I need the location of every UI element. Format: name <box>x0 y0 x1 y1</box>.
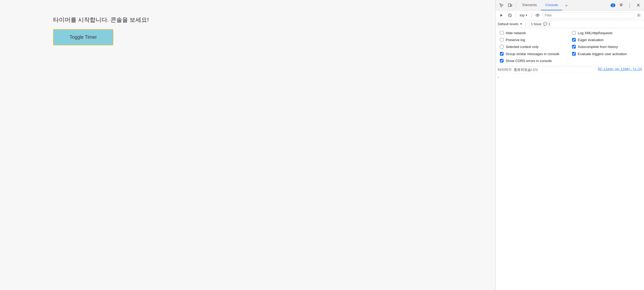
context-dropdown-arrow: ▼ <box>525 14 528 17</box>
toolbar3-divider <box>526 21 526 27</box>
console-settings-panel: Hide network Log XMLHttpRequests Preserv… <box>496 28 644 66</box>
log-xml-checkbox[interactable] <box>572 31 576 35</box>
group-similar-checkbox[interactable] <box>500 52 504 56</box>
svg-line-4 <box>509 14 511 16</box>
devtools-tabs: Elements Console <box>518 0 562 10</box>
toolbar2-divider <box>516 13 516 18</box>
svg-marker-2 <box>500 14 503 17</box>
console-log-area: 타이머가 종료되었습니다 02-clean-up-timer.js:14 › <box>496 66 644 290</box>
autocomplete-label[interactable]: Autocomplete from history <box>578 45 618 49</box>
autocomplete-row: Autocomplete from history <box>572 45 640 49</box>
toolbar2-divider2 <box>531 13 532 18</box>
main-page: 타이머를 시작합니다. 콘솔을 보세요! Toggle Timer <box>0 0 495 290</box>
eager-eval-checkbox[interactable] <box>572 38 576 42</box>
devtools-panel: Elements Console » 1 ⋮ ✕ <box>495 0 644 290</box>
context-selector[interactable]: top ▼ <box>518 13 529 18</box>
group-similar-row: Group similar messages in console <box>500 52 568 56</box>
preserve-log-checkbox[interactable] <box>500 38 504 42</box>
hide-network-label[interactable]: Hide network <box>506 31 526 36</box>
svg-point-5 <box>537 15 538 16</box>
devtools-second-toolbar: top ▼ <box>496 11 644 20</box>
log-xml-label[interactable]: Log XMLHttpRequests <box>578 31 613 36</box>
eager-eval-label[interactable]: Eager evaluation <box>578 38 604 42</box>
show-cors-row: Show CORS errors in console <box>500 59 640 63</box>
evaluate-triggers-checkbox[interactable] <box>572 52 576 56</box>
kebab-menu-button[interactable]: ⋮ <box>626 2 633 9</box>
evaluate-triggers-label[interactable]: Evaluate triggers user activation <box>578 52 627 56</box>
tab-elements[interactable]: Elements <box>518 0 541 10</box>
issues-icon: 💬 <box>543 22 547 26</box>
default-levels-dropdown[interactable]: Default levels ▼ <box>498 22 522 26</box>
devtools-top-toolbar: Elements Console » 1 ⋮ ✕ <box>496 0 644 11</box>
run-script-button[interactable] <box>498 12 505 19</box>
device-toolbar-icon[interactable] <box>506 2 514 9</box>
devtools-third-toolbar: Default levels ▼ 1 Issue: 💬 1 <box>496 20 644 28</box>
eye-button[interactable] <box>534 12 541 19</box>
page-heading: 타이머를 시작합니다. 콘솔을 보세요! <box>53 16 149 24</box>
close-devtools-button[interactable]: ✕ <box>634 2 642 9</box>
console-prompt-row: › <box>496 73 644 81</box>
preserve-log-label[interactable]: Preserve log <box>506 38 525 42</box>
tab-console[interactable]: Console <box>541 0 562 10</box>
issues-count-badge: 1 Issue: 💬 1 <box>529 21 552 27</box>
evaluate-triggers-row: Evaluate triggers user activation <box>572 52 640 56</box>
selected-context-row: Selected context only <box>500 45 568 49</box>
show-cors-checkbox[interactable] <box>500 59 504 63</box>
preserve-log-row: Preserve log <box>500 38 568 42</box>
console-message-text: 타이머가 종료되었습니다 <box>498 67 596 72</box>
eager-eval-row: Eager evaluation <box>572 38 640 42</box>
selected-context-label[interactable]: Selected context only <box>506 45 539 49</box>
clear-console-button[interactable] <box>506 12 514 19</box>
hide-network-row: Hide network <box>500 31 568 36</box>
log-xml-row: Log XMLHttpRequests <box>572 31 640 36</box>
group-similar-label[interactable]: Group similar messages in console <box>506 52 559 56</box>
toolbar-divider <box>516 3 516 8</box>
show-cors-label[interactable]: Show CORS errors in console <box>506 59 552 63</box>
table-row: 타이머가 종료되었습니다 02-clean-up-timer.js:14 <box>496 66 644 73</box>
console-source-link[interactable]: 02-clean-up-timer.js:14 <box>598 67 642 71</box>
console-settings-button[interactable] <box>636 12 642 19</box>
filter-input[interactable] <box>542 12 634 19</box>
console-chevron-icon[interactable]: › <box>498 75 499 79</box>
svg-rect-1 <box>511 5 512 6</box>
more-tabs-button[interactable]: » <box>563 2 570 9</box>
issues-badge: 1 <box>611 3 615 7</box>
autocomplete-checkbox[interactable] <box>572 45 576 49</box>
selected-context-checkbox[interactable] <box>500 45 504 49</box>
inspect-element-icon[interactable] <box>498 2 505 9</box>
svg-point-6 <box>638 15 639 16</box>
svg-rect-0 <box>508 4 510 7</box>
toggle-timer-button[interactable]: Toggle Timer <box>53 29 113 45</box>
default-levels-arrow: ▼ <box>520 23 522 25</box>
settings-button[interactable] <box>617 2 625 9</box>
hide-network-checkbox[interactable] <box>500 31 504 35</box>
